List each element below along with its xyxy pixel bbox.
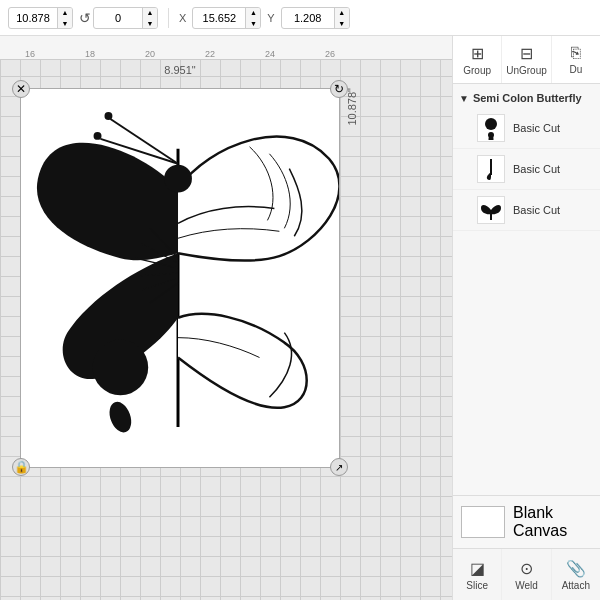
ruler-mark-16: 16 [25, 49, 35, 59]
svg-point-11 [93, 340, 149, 396]
separator-1 [168, 8, 169, 28]
layer-group-header[interactable]: ▼ Semi Colon Butterfly [453, 88, 600, 108]
layer-item-2-icon [477, 155, 505, 183]
y-down[interactable]: ▼ [335, 18, 349, 29]
height-input[interactable] [9, 12, 57, 24]
rotation-group: ↺ ▲ ▼ [79, 7, 158, 29]
layer-item-1[interactable]: Basic Cut [453, 108, 600, 149]
group-label: Group [463, 65, 491, 76]
layer-item-3-label: Basic Cut [513, 204, 560, 216]
butterfly-image [21, 89, 339, 467]
duplicate-icon: ⎘ [571, 44, 581, 62]
main-area: 16 18 20 22 24 26 8.951" 10.878" ✕ ↻ 🔒 ↗ [0, 36, 600, 600]
design-canvas: ✕ ↻ 🔒 ↗ [20, 88, 340, 468]
ruler-mark-18: 18 [85, 49, 95, 59]
layer-item-3[interactable]: Basic Cut [453, 190, 600, 231]
layer-item-1-icon [477, 114, 505, 142]
bottom-panel: ◪ Slice ⊙ Weld 📎 Attach [453, 548, 600, 600]
dimension-top: 8.951" [20, 64, 340, 76]
blank-canvas-row: Blank Canvas [453, 495, 600, 548]
attach-icon: 📎 [566, 559, 586, 578]
x-label: X [179, 12, 186, 24]
ruler-mark-22: 22 [205, 49, 215, 59]
weld-label: Weld [515, 580, 538, 591]
ruler-mark-26: 26 [325, 49, 335, 59]
x-spinner[interactable]: ▲ ▼ [245, 7, 260, 29]
blank-canvas-box [461, 506, 505, 538]
group-button[interactable]: ⊞ Group [453, 36, 502, 83]
svg-point-9 [104, 112, 112, 120]
rotation-spinner[interactable]: ▲ ▼ [142, 7, 157, 29]
rotation-input[interactable] [94, 12, 142, 24]
rotation-input-wrap[interactable]: ▲ ▼ [93, 7, 158, 29]
duplicate-button[interactable]: ⎘ Du [552, 36, 600, 83]
layer-item-1-label: Basic Cut [513, 122, 560, 134]
ungroup-button[interactable]: ⊟ UnGroup [502, 36, 551, 83]
top-toolbar: ▲ ▼ ↺ ▲ ▼ X ▲ ▼ Y ▲ ▼ [0, 0, 600, 36]
svg-point-10 [94, 132, 102, 140]
height-down[interactable]: ▼ [58, 18, 72, 29]
svg-point-14 [485, 118, 497, 130]
y-up[interactable]: ▲ [335, 7, 349, 18]
y-input-wrap[interactable]: ▲ ▼ [281, 7, 350, 29]
dim-right-value: 10.878" [346, 88, 358, 126]
y-input[interactable] [282, 12, 334, 24]
slice-button[interactable]: ◪ Slice [453, 549, 502, 600]
group-arrow-icon: ▼ [459, 93, 469, 104]
duplicate-label: Du [569, 64, 582, 75]
right-panel: ⊞ Group ⊟ UnGroup ⎘ Du ▼ Semi Colon Butt… [452, 36, 600, 600]
rotation-down[interactable]: ▼ [143, 18, 157, 29]
group-icon: ⊞ [471, 44, 484, 63]
x-up[interactable]: ▲ [246, 7, 260, 18]
svg-point-12 [106, 399, 136, 436]
layer-item-2[interactable]: Basic Cut [453, 149, 600, 190]
rotation-up[interactable]: ▲ [143, 7, 157, 18]
height-input-wrap[interactable]: ▲ ▼ [8, 7, 73, 29]
dim-top-value: 8.951" [164, 64, 195, 76]
dimension-right: 10.878" [346, 88, 358, 468]
weld-button[interactable]: ⊙ Weld [502, 549, 551, 600]
slice-label: Slice [466, 580, 488, 591]
attach-button[interactable]: 📎 Attach [552, 549, 600, 600]
layers-tree: ▼ Semi Colon Butterfly Basic Cut [453, 84, 600, 495]
layer-item-2-label: Basic Cut [513, 163, 560, 175]
layer-item-3-icon [477, 196, 505, 224]
ungroup-icon: ⊟ [520, 44, 533, 63]
height-spinner[interactable]: ▲ ▼ [57, 7, 72, 29]
ruler-top: 16 18 20 22 24 26 [0, 36, 452, 60]
weld-icon: ⊙ [520, 559, 533, 578]
slice-icon: ◪ [470, 559, 485, 578]
ruler-mark-20: 20 [145, 49, 155, 59]
panel-toolbar: ⊞ Group ⊟ UnGroup ⎘ Du [453, 36, 600, 84]
attach-label: Attach [562, 580, 590, 591]
canvas-area: 16 18 20 22 24 26 8.951" 10.878" ✕ ↻ 🔒 ↗ [0, 36, 452, 600]
x-input[interactable] [193, 12, 245, 24]
ruler-mark-24: 24 [265, 49, 275, 59]
blank-canvas-label: Blank Canvas [513, 504, 592, 540]
svg-point-13 [164, 165, 192, 193]
y-spinner[interactable]: ▲ ▼ [334, 7, 349, 29]
rotation-icon: ↺ [79, 10, 91, 26]
x-input-wrap[interactable]: ▲ ▼ [192, 7, 261, 29]
x-down[interactable]: ▼ [246, 18, 260, 29]
group-name-label: Semi Colon Butterfly [473, 92, 582, 104]
ungroup-label: UnGroup [506, 65, 547, 76]
y-label: Y [267, 12, 274, 24]
height-up[interactable]: ▲ [58, 7, 72, 18]
